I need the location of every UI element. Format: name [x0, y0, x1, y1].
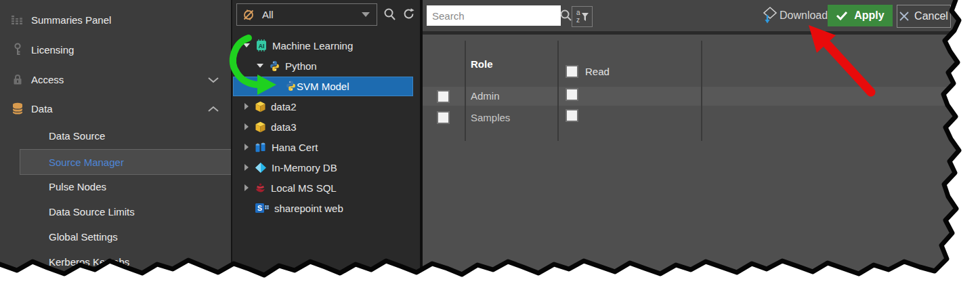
column-divider: [557, 41, 559, 141]
tree-node-local-ms-sql[interactable]: Local MS SQL: [232, 178, 420, 197]
sidebar-item-licensing[interactable]: Licensing: [0, 35, 231, 64]
tree-node-label: Machine Learning: [272, 40, 353, 52]
expand-caret-icon[interactable]: [244, 103, 249, 110]
tree-node-label: SVM Model: [297, 81, 349, 92]
expand-caret-icon[interactable]: [244, 123, 249, 130]
lock-icon: [10, 73, 25, 85]
expand-caret-icon[interactable]: [244, 184, 249, 191]
tree-node-data3[interactable]: data3: [232, 117, 420, 136]
expand-caret-icon[interactable]: [244, 164, 249, 171]
check-icon: [836, 11, 848, 20]
connection-filter-icon: [242, 9, 255, 21]
sidebar: Summaries Panel Licensing Access Data: [0, 0, 231, 288]
read-column-checkbox[interactable]: [566, 65, 578, 78]
search-icon[interactable]: [383, 7, 397, 24]
svg-text:S: S: [257, 204, 262, 212]
tree-node-label: Local MS SQL: [271, 182, 337, 194]
tree-node-label: Hana Cert: [272, 142, 318, 153]
tree-node-sharepoint-web[interactable]: S sharepoint web: [232, 199, 420, 218]
python-icon: [269, 60, 280, 72]
tree-node-data2[interactable]: data2: [232, 97, 420, 116]
summaries-bars-icon: [10, 14, 25, 26]
download-label: Download: [780, 9, 828, 22]
tree-node-label: data2: [271, 101, 297, 112]
refresh-icon[interactable]: [402, 7, 415, 23]
row-select-checkbox[interactable]: [437, 90, 450, 103]
tree-node-hana-cert[interactable]: Hana Cert: [232, 138, 420, 157]
ms-sql-icon: [255, 182, 266, 194]
source-tree-panel: All AI Machine Learning Python: [232, 0, 420, 288]
admin-console-screenshot: Summaries Panel Licensing Access Data: [0, 0, 980, 288]
cancel-label: Cancel: [914, 10, 948, 22]
tree-node-label: data3: [271, 121, 297, 133]
sidebar-item-access[interactable]: Access: [0, 64, 231, 94]
sort-filter-icon[interactable]: az: [572, 6, 593, 27]
sidebar-item-global-settings[interactable]: Global Settings: [0, 224, 231, 249]
search-input[interactable]: [427, 5, 561, 26]
sidebar-item-label: Summaries Panel: [31, 14, 111, 26]
cube-icon: [255, 121, 266, 133]
column-header-read: Read: [585, 66, 610, 77]
expand-caret-icon[interactable]: [257, 64, 263, 68]
toolbar-separator: [423, 31, 980, 35]
search-icon[interactable]: [559, 9, 573, 25]
in-memory-db-icon: [255, 162, 267, 173]
column-divider: [465, 41, 466, 141]
sidebar-item-data-source[interactable]: Data Source: [0, 123, 231, 148]
python-icon: [285, 80, 297, 94]
hana-db-icon: [255, 142, 267, 153]
sidebar-item-kerberos-keytabs[interactable]: Kerberos Keytabs: [0, 249, 231, 274]
tree-node-label: In-Memory DB: [272, 162, 337, 173]
sidebar-item-pulse-nodes[interactable]: Pulse Nodes: [0, 174, 231, 199]
svg-text:a: a: [576, 9, 580, 16]
cube-icon: [255, 101, 266, 112]
svg-text:AI: AI: [259, 43, 265, 49]
expand-caret-icon[interactable]: [243, 43, 250, 47]
security-toolbar: az Download Apply Cancel: [423, 0, 980, 31]
column-header-role: Role: [471, 58, 493, 70]
role-cell: Samples: [471, 112, 510, 123]
cancel-button[interactable]: Cancel: [897, 5, 951, 28]
download-button[interactable]: Download: [763, 6, 828, 24]
chevron-down-icon: [362, 12, 370, 17]
security-panel: az Download Apply Cancel: [423, 0, 980, 288]
sidebar-item-label: Data: [31, 103, 53, 115]
role-cell: Admin: [471, 90, 500, 102]
tree-node-label: sharepoint web: [274, 203, 343, 214]
ai-chip-icon: AI: [255, 39, 268, 52]
sidebar-item-data-source-limits[interactable]: Data Source Limits: [0, 199, 231, 224]
key-icon: [10, 43, 25, 56]
tree-node-python[interactable]: Python: [232, 56, 420, 75]
row-select-checkbox[interactable]: [437, 111, 450, 124]
chevron-up-icon: [208, 103, 219, 115]
svg-text:z: z: [576, 16, 580, 24]
close-icon: [899, 12, 909, 21]
tree-node-label: Python: [285, 60, 317, 72]
sidebar-item-label: Access: [31, 74, 64, 85]
read-checkbox[interactable]: [566, 109, 578, 122]
apply-button[interactable]: Apply: [828, 5, 893, 26]
chevron-down-icon: [208, 74, 219, 85]
sidebar-item-source-manager[interactable]: Source Manager: [20, 149, 232, 175]
apply-label: Apply: [854, 9, 884, 22]
download-icon: [763, 6, 777, 24]
tree-node-machine-learning[interactable]: AI Machine Learning: [232, 36, 420, 55]
database-icon: [10, 102, 25, 115]
dropdown-value: All: [262, 9, 274, 20]
tree-node-in-memory-db[interactable]: In-Memory DB: [232, 158, 420, 177]
sharepoint-icon: S: [255, 203, 270, 213]
connection-type-dropdown[interactable]: All: [236, 3, 377, 26]
read-checkbox[interactable]: [566, 88, 578, 101]
sidebar-item-summaries-panel[interactable]: Summaries Panel: [0, 5, 231, 35]
tree-node-svm-model[interactable]: SVM Model: [233, 77, 413, 96]
sidebar-item-label: Licensing: [31, 44, 74, 56]
sidebar-item-data[interactable]: Data: [0, 94, 231, 123]
column-divider: [701, 41, 702, 141]
expand-caret-icon[interactable]: [244, 144, 249, 150]
